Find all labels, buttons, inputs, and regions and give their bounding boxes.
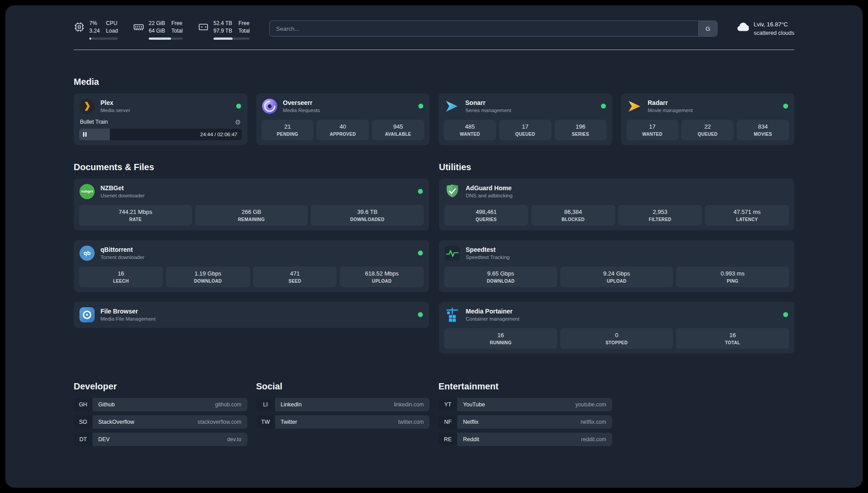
- memory-widget: 22 GiB 64 GiB Free Total: [133, 20, 183, 40]
- status-dot-online: [601, 104, 606, 109]
- stat-movies: 834 MOVIES: [737, 120, 789, 140]
- portainer-link[interactable]: Media Portainer Container management: [444, 307, 789, 323]
- service-card-adguard: AdGuard Home DNS and adblocking 498,461 …: [439, 179, 794, 230]
- status-dot-online: [418, 251, 423, 255]
- stat-seed: 471 SEED: [253, 267, 337, 287]
- sonarr-icon: [444, 98, 460, 114]
- section-title-utilities: Utilities: [439, 162, 794, 172]
- stats-row: 744.21 Mbps RATE 266 GB REMAINING 39.6 T…: [79, 205, 424, 226]
- divider: [74, 50, 794, 50]
- radarr-icon: [626, 98, 643, 114]
- section-title-media: Media: [74, 77, 794, 87]
- bookmark-youtube[interactable]: YT YouTube youtube.com: [438, 398, 612, 411]
- service-name: NZBGet: [100, 184, 413, 192]
- plex-icon: [79, 98, 95, 114]
- stats-row: 485 WANTED 17 QUEUED 196 SERIES: [444, 120, 607, 140]
- cpu-load-value: 3.24: [89, 27, 100, 35]
- service-card-qbittorrent: qb qBittorrent Torrent downloader 16 LEE…: [74, 240, 429, 292]
- service-name: Overseerr: [283, 99, 413, 106]
- cpu-labels: CPU Load: [106, 20, 118, 35]
- section-title-developer: Developer: [74, 381, 247, 392]
- stats-row: 16 RUNNING 0 STOPPED 16 TOTAL: [444, 328, 789, 349]
- bookmark-reddit[interactable]: RE Reddit reddit.com: [438, 433, 612, 446]
- disk-widget: 52.4 TB 97.9 TB Free Total: [198, 20, 250, 40]
- plex-link[interactable]: Plex Media server: [79, 98, 242, 114]
- service-card-nzbget: nzbget NZBGet Usenet downloader 744.21 M…: [74, 179, 429, 230]
- adguard-link[interactable]: AdGuard Home DNS and adblocking: [444, 184, 789, 200]
- stat-leech: 16 LEECH: [79, 267, 163, 287]
- disk-progress-bar: [213, 38, 250, 40]
- stat-upload: 9.24 Gbps UPLOAD: [560, 267, 673, 287]
- bookmark-twitter[interactable]: TW Twitter twitter.com: [256, 415, 430, 429]
- stat-available: 945 AVAILABLE: [372, 120, 424, 140]
- search-provider-button[interactable]: G: [698, 21, 717, 36]
- status-dot-online: [418, 312, 423, 317]
- bookmark-dev[interactable]: DT DEV dev.to: [74, 433, 247, 446]
- stat-download: 1.19 Gbps DOWNLOAD: [166, 267, 250, 287]
- stats-row: 9.65 Gbps DOWNLOAD 9.24 Gbps UPLOAD 0.99…: [444, 267, 789, 287]
- bookmark-group-social: Social LI LinkedIn linkedin.com TW Twitt…: [256, 381, 430, 450]
- qbittorrent-link[interactable]: qb qBittorrent Torrent downloader: [79, 245, 424, 261]
- service-description: Series management: [465, 108, 596, 113]
- service-card-filebrowser: File Browser Media File Management: [74, 302, 429, 328]
- bookmark-group-developer: Developer GH Github github.com SO StackO…: [74, 381, 247, 450]
- service-card-portainer: Media Portainer Container management 16 …: [439, 302, 794, 354]
- filebrowser-link[interactable]: File Browser Media File Management: [79, 307, 424, 323]
- gear-icon[interactable]: ⚙: [235, 119, 241, 125]
- playback-progress-bar[interactable]: 24:44 / 02:06:47: [79, 129, 242, 140]
- stats-row: 16 LEECH 1.19 Gbps DOWNLOAD 471 SEED 6: [79, 267, 424, 287]
- weather-location: Lviv, 16.87°C: [754, 21, 794, 29]
- disk-free-value: 52.4 TB: [213, 20, 232, 27]
- bookmark-linkedin[interactable]: LI LinkedIn linkedin.com: [256, 398, 430, 411]
- memory-labels: Free Total: [171, 20, 183, 35]
- service-card-plex: Plex Media server Bullet Train ⚙: [74, 93, 247, 145]
- status-dot-online: [418, 189, 423, 194]
- service-name: AdGuard Home: [466, 184, 789, 192]
- search-input[interactable]: [270, 21, 698, 36]
- section-title-entertainment: Entertainment: [438, 381, 612, 392]
- qbittorrent-icon: qb: [79, 245, 95, 261]
- bookmark-stackoverflow[interactable]: SO StackOverflow stackoverflow.com: [74, 415, 247, 429]
- stat-pending: 21 PENDING: [262, 120, 314, 140]
- stats-row: 21 PENDING 40 APPROVED 945 AVAILABLE: [262, 120, 425, 140]
- nzbget-link[interactable]: nzbget NZBGet Usenet downloader: [79, 184, 424, 200]
- stat-wanted: 485 WANTED: [444, 120, 496, 140]
- overseerr-link[interactable]: Overseerr Media Requests: [262, 98, 425, 114]
- service-name: Media Portainer: [466, 308, 778, 315]
- plex-now-playing: Bullet Train ⚙ 24:44 / 02:06:47: [79, 119, 242, 140]
- stat-rate: 744.21 Mbps RATE: [79, 205, 192, 226]
- cpu-icon: [74, 20, 85, 40]
- service-card-speedtest: Speedtest Speedtest Tracking 9.65 Gbps D…: [439, 240, 794, 292]
- pause-icon[interactable]: [83, 132, 87, 137]
- bookmark-github[interactable]: GH Github github.com: [74, 398, 247, 411]
- stat-total: 16 TOTAL: [676, 328, 789, 349]
- speedtest-link[interactable]: Speedtest Speedtest Tracking: [444, 245, 789, 261]
- stat-stopped: 0 STOPPED: [560, 328, 673, 349]
- search-bar: G: [269, 21, 718, 37]
- bookmark-group-empty: [621, 381, 795, 450]
- stat-series: 196 SERIES: [555, 120, 607, 140]
- weather-widget[interactable]: Lviv, 16.87°C scattered clouds: [735, 21, 794, 37]
- stat-downloaded: 39.6 TB DOWNLOADED: [311, 205, 424, 226]
- now-playing-title: Bullet Train: [80, 119, 108, 125]
- stat-latency: 47.571 ms LATENCY: [705, 205, 789, 226]
- memory-icon: [133, 20, 144, 40]
- radarr-link[interactable]: Radarr Movie management: [626, 98, 789, 114]
- service-description: Movie management: [648, 108, 778, 113]
- service-description: Container management: [466, 316, 778, 322]
- memory-values: 22 GiB 64 GiB: [149, 20, 165, 35]
- section-title-documents: Documents & Files: [74, 162, 429, 172]
- disk-values: 52.4 TB 97.9 TB: [213, 20, 232, 35]
- service-card-radarr: Radarr Movie management 17 WANTED 22 QUE…: [621, 93, 795, 145]
- cpu-values: 7% 3.24: [89, 20, 100, 35]
- stat-approved: 40 APPROVED: [317, 120, 369, 140]
- status-dot-online: [783, 104, 788, 109]
- disk-total-value: 97.9 TB: [213, 27, 232, 35]
- speedtest-icon: [444, 245, 460, 261]
- sonarr-link[interactable]: Sonarr Series management: [444, 98, 607, 114]
- bookmark-netflix[interactable]: NF Netflix netflix.com: [438, 415, 612, 429]
- service-card-sonarr: Sonarr Series management 485 WANTED 17 Q…: [438, 93, 612, 145]
- top-bar: 7% 3.24 CPU Load: [74, 20, 794, 40]
- memory-free-value: 22 GiB: [149, 20, 165, 27]
- cpu-progress-fill: [89, 38, 91, 40]
